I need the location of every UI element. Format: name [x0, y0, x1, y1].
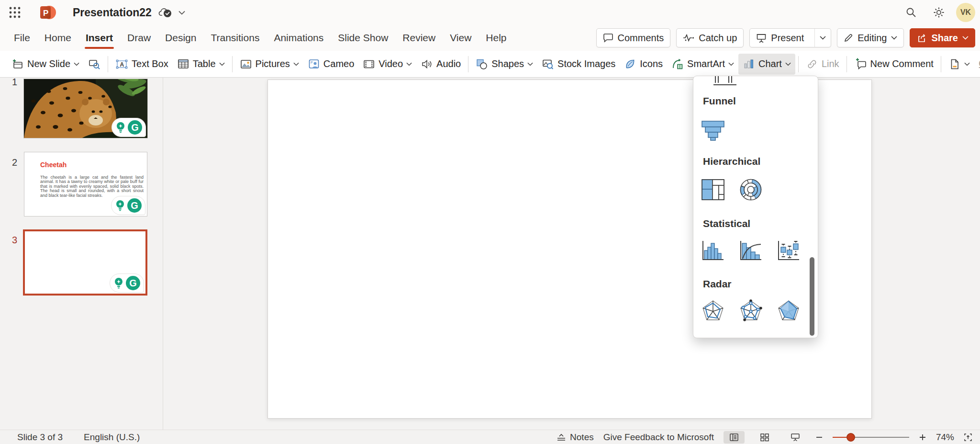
ribbon-divider — [232, 56, 233, 72]
reuse-slides-button[interactable] — [84, 54, 105, 75]
pareto-chart-icon[interactable] — [737, 236, 765, 266]
app-launcher-waffle-icon[interactable] — [4, 1, 26, 23]
chart-chevron-icon — [785, 62, 791, 66]
radar-chart-icon[interactable] — [699, 296, 727, 325]
language-selector[interactable]: English (U.S.) — [84, 432, 140, 443]
catch-up-button[interactable]: Catch up — [676, 28, 744, 47]
waffle-icon — [9, 6, 21, 19]
cameo-label: Cameo — [323, 58, 354, 69]
menu-transitions[interactable]: Transitions — [203, 25, 267, 51]
slide-thumbnail-3-selected[interactable]: G — [23, 229, 147, 296]
section-title-funnel: Funnel — [703, 95, 736, 107]
icons-button[interactable]: Icons — [620, 54, 667, 75]
editing-label: Editing — [858, 33, 887, 44]
slide-1-number: 1 — [7, 77, 17, 88]
slide-thumbnail-2[interactable]: Cheetah The cheetah is a large cat and t… — [24, 152, 147, 216]
text-box-button[interactable]: A Text Box — [111, 54, 173, 75]
notes-toggle-button[interactable]: Notes — [557, 432, 594, 443]
title-chevron-down-icon[interactable] — [178, 11, 185, 15]
histogram-chart-icon[interactable] — [699, 236, 727, 266]
ribbon-divider — [941, 56, 941, 72]
grammarly-badge[interactable]: G — [111, 118, 146, 137]
normal-view-button[interactable] — [724, 431, 745, 444]
new-slide-button[interactable]: New Slide — [7, 54, 84, 75]
slideshow-icon — [791, 433, 800, 442]
grammarly-badge[interactable]: G — [110, 273, 144, 293]
menu-slideshow[interactable]: Slide Show — [331, 25, 395, 51]
link-icon — [806, 58, 818, 70]
user-avatar[interactable]: VK — [956, 3, 975, 22]
smartart-button[interactable]: SmartArt — [667, 54, 738, 75]
normal-view-icon — [729, 433, 739, 442]
table-icon — [177, 58, 189, 70]
comment-icon — [603, 33, 613, 43]
sunburst-chart-icon[interactable] — [737, 175, 765, 205]
audio-button[interactable]: Audio — [416, 54, 465, 75]
present-button[interactable]: Present — [749, 28, 831, 47]
box-whisker-chart-icon[interactable] — [775, 236, 802, 266]
settings-button[interactable] — [928, 2, 949, 23]
panel-splitter[interactable] — [163, 78, 163, 430]
new-slide-chevron-icon — [74, 62, 79, 66]
thumb-slide-body: The cheetah is a large cat and the faste… — [40, 175, 144, 198]
editing-mode-button[interactable]: Editing — [837, 28, 904, 47]
editing-chevron-icon — [891, 36, 897, 40]
document-title[interactable]: Presentation22 — [73, 6, 152, 19]
notes-label: Notes — [570, 432, 594, 443]
radar-markers-chart-icon[interactable] — [737, 296, 765, 325]
menu-design[interactable]: Design — [158, 25, 203, 51]
pictures-button[interactable]: Pictures — [235, 54, 303, 75]
video-button[interactable]: Video — [358, 54, 416, 75]
menu-insert[interactable]: Insert — [78, 25, 120, 51]
powerpoint-logo-icon[interactable]: P — [39, 4, 56, 21]
powerpoint-web-app: P Presentation22 — [0, 0, 980, 444]
table-button[interactable]: Table — [173, 54, 229, 75]
menu-animations[interactable]: Animations — [267, 25, 331, 51]
menu-help[interactable]: Help — [479, 25, 513, 51]
funnel-chart-icon[interactable] — [699, 115, 727, 145]
menu-file[interactable]: File — [7, 25, 37, 51]
feedback-button[interactable]: Give Feedback to Microsoft — [603, 432, 714, 443]
video-chevron-icon — [406, 62, 412, 66]
chart-button[interactable]: Chart — [738, 54, 795, 75]
link-button[interactable]: Link — [802, 54, 844, 75]
menu-draw[interactable]: Draw — [120, 25, 158, 51]
treemap-chart-icon[interactable] — [699, 175, 727, 205]
present-dropdown-chevron[interactable] — [814, 29, 831, 47]
catch-up-pulse-icon — [683, 34, 694, 42]
share-button[interactable]: Share — [910, 28, 975, 47]
fit-slide-to-window-button[interactable] — [964, 433, 972, 442]
pictures-chevron-icon — [293, 62, 299, 66]
slide-thumbnail-1[interactable]: G — [23, 79, 148, 138]
header-footer-button[interactable] — [944, 54, 974, 75]
menu-home[interactable]: Home — [37, 25, 78, 51]
cameo-button[interactable]: P Cameo — [303, 54, 358, 75]
comments-button[interactable]: Comments — [596, 28, 671, 47]
zoom-out-button[interactable] — [815, 433, 823, 441]
search-button[interactable] — [901, 2, 922, 23]
menu-review[interactable]: Review — [395, 25, 443, 51]
zoom-slider[interactable] — [833, 433, 909, 442]
grammarly-badge[interactable]: G — [111, 196, 145, 215]
present-main[interactable]: Present — [750, 29, 810, 47]
new-comment-button[interactable]: New Comment — [850, 54, 938, 75]
text-box-icon: A — [115, 58, 128, 70]
suggestion-bulb-icon — [113, 277, 124, 289]
pictures-icon — [240, 58, 252, 70]
symbol-button[interactable]: Ω — [974, 54, 980, 75]
slide-sorter-view-button[interactable] — [754, 431, 775, 444]
zoom-in-button[interactable] — [919, 433, 926, 441]
zoom-slider-knob[interactable] — [846, 433, 855, 442]
slideshow-view-button[interactable] — [785, 431, 806, 444]
zoom-percentage[interactable]: 74% — [936, 432, 954, 443]
cloud-saved-icon[interactable] — [158, 7, 173, 18]
dropdown-scrollbar-thumb[interactable] — [810, 257, 814, 336]
svg-text:P: P — [311, 60, 313, 64]
shapes-button[interactable]: Shapes — [471, 54, 537, 75]
thumb-slide-title: Cheetah — [40, 161, 67, 169]
menu-view[interactable]: View — [443, 25, 479, 51]
filled-radar-chart-icon[interactable] — [775, 296, 802, 325]
stock-images-button[interactable]: Stock Images — [537, 54, 620, 75]
stock-chart-icon-clipped[interactable] — [712, 76, 738, 87]
comments-label: Comments — [618, 33, 664, 44]
